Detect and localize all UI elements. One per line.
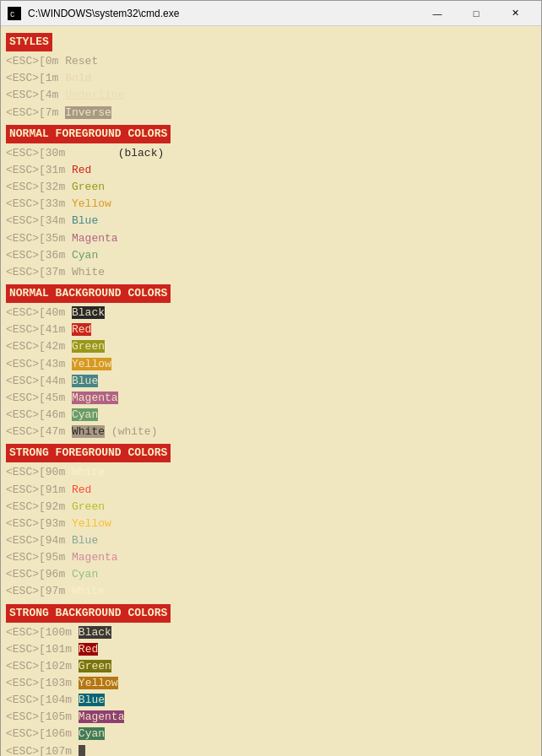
normal-bg-header: NORMAL BACKGROUND COLORS	[6, 284, 171, 303]
fg-cyan-line: <ESC>[36m Cyan	[6, 247, 536, 264]
title-bar: C C:\WINDOWS\system32\cmd.exe — □ ✕	[1, 1, 541, 26]
normal-fg-header: NORMAL FOREGROUND COLORS	[6, 125, 171, 143]
style-bold: <ESC>[1m Bold	[6, 70, 536, 87]
sbg-blue-line: <ESC>[104m Blue	[6, 692, 536, 709]
window-title: C:\WINDOWS\system32\cmd.exe	[28, 8, 418, 19]
fg-yellow-line: <ESC>[33m Yellow	[6, 196, 536, 213]
strong-bg-header: STRONG BACKGROUND COLORS	[6, 604, 171, 623]
style-reset: <ESC>[0m Reset	[6, 53, 536, 70]
strong-bg-section: STRONG BACKGROUND COLORS <ESC>[100m Blac…	[6, 601, 536, 757]
bg-red-line: <ESC>[41m Red	[6, 321, 536, 338]
fg-green-line: <ESC>[32m Green	[6, 179, 536, 196]
bg-blue-line: <ESC>[44m Blue	[6, 373, 536, 390]
bg-green-line: <ESC>[42m Green	[6, 338, 536, 355]
strong-fg-section: STRONG FOREGROUND COLORS <ESC>[90m White…	[6, 440, 536, 600]
fg-black-line: <ESC>[30m (black)	[6, 145, 536, 162]
sbg-red-line: <ESC>[101m Red	[6, 641, 536, 658]
sbg-yellow-line: <ESC>[103m Yellow	[6, 675, 536, 692]
normal-fg-section: NORMAL FOREGROUND COLORS <ESC>[30m (blac…	[6, 122, 536, 281]
sfg-white2-line: <ESC>[97m White	[6, 583, 536, 600]
window-controls: — □ ✕	[418, 1, 534, 26]
minimize-button[interactable]: —	[418, 1, 457, 26]
sbg-black-line: <ESC>[100m Black	[6, 624, 536, 641]
style-underline: <ESC>[4m Underline	[6, 87, 536, 104]
sbg-magenta-line: <ESC>[105m Magenta	[6, 709, 536, 726]
normal-bg-section: NORMAL BACKGROUND COLORS <ESC>[40m Black…	[6, 281, 536, 440]
bg-cyan-line: <ESC>[46m Cyan	[6, 407, 536, 424]
styles-section: STYLES <ESC>[0m Reset <ESC>[1m Bold <ESC…	[6, 30, 536, 122]
sfg-blue-line: <ESC>[94m Blue	[6, 532, 536, 549]
fg-red-line: <ESC>[31m Red	[6, 162, 536, 179]
terminal-content: STYLES <ESC>[0m Reset <ESC>[1m Bold <ESC…	[1, 26, 541, 756]
bg-magenta-line: <ESC>[45m Magenta	[6, 390, 536, 407]
fg-magenta-line: <ESC>[35m Magenta	[6, 230, 536, 247]
style-inverse: <ESC>[7m Inverse	[6, 105, 536, 122]
sfg-green-line: <ESC>[92m Green	[6, 499, 536, 516]
svg-text:C: C	[10, 11, 15, 19]
sfg-magenta-line: <ESC>[95m Magenta	[6, 549, 536, 566]
sbg-green-line: <ESC>[102m Green	[6, 658, 536, 675]
sfg-cyan-line: <ESC>[96m Cyan	[6, 566, 536, 583]
sbg-white-line: <ESC>[107m	[6, 743, 536, 756]
window: C C:\WINDOWS\system32\cmd.exe — □ ✕ STYL…	[0, 0, 542, 756]
sfg-yellow-line: <ESC>[93m Yellow	[6, 516, 536, 532]
fg-blue-line: <ESC>[34m Blue	[6, 213, 536, 230]
sbg-cyan-line: <ESC>[106m Cyan	[6, 726, 536, 742]
styles-header: STYLES	[6, 33, 52, 51]
sfg-white-line: <ESC>[90m White	[6, 464, 536, 481]
sfg-red-line: <ESC>[91m Red	[6, 482, 536, 499]
bg-yellow-line: <ESC>[43m Yellow	[6, 356, 536, 373]
maximize-button[interactable]: □	[457, 1, 496, 26]
close-button[interactable]: ✕	[496, 1, 534, 26]
app-icon: C	[8, 7, 21, 20]
bg-black-line: <ESC>[40m Black	[6, 305, 536, 321]
fg-white-line: <ESC>[37m White	[6, 264, 536, 281]
bg-white-line: <ESC>[47m White (white)	[6, 424, 536, 440]
strong-fg-header: STRONG FOREGROUND COLORS	[6, 444, 171, 462]
